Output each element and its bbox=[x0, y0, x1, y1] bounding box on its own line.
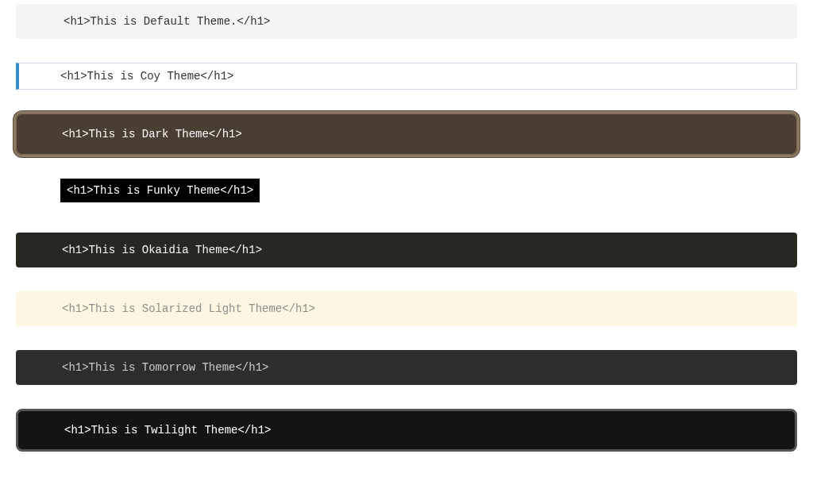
code-text: <h1>This is Coy Theme</h1> bbox=[60, 70, 233, 83]
code-text: <h1>This is Default Theme.</h1> bbox=[64, 15, 270, 28]
code-block-funky-wrap: <h1>This is Funky Theme</h1> bbox=[16, 179, 797, 202]
code-block-solarized: <h1>This is Solarized Light Theme</h1> bbox=[16, 291, 797, 326]
code-block-tomorrow: <h1>This is Tomorrow Theme</h1> bbox=[16, 350, 797, 385]
code-block-dark: <h1>This is Dark Theme</h1> bbox=[16, 113, 797, 155]
code-text: <h1>This is Solarized Light Theme</h1> bbox=[62, 302, 315, 315]
code-text: <h1>This is Funky Theme</h1> bbox=[67, 184, 253, 197]
code-block-coy: <h1>This is Coy Theme</h1> bbox=[16, 63, 797, 90]
code-text: <h1>This is Twilight Theme</h1> bbox=[64, 424, 271, 437]
code-block-twilight: <h1>This is Twilight Theme</h1> bbox=[16, 409, 797, 452]
code-text: <h1>This is Okaidia Theme</h1> bbox=[62, 244, 262, 256]
code-block-default: <h1>This is Default Theme.</h1> bbox=[16, 4, 797, 39]
code-block-funky: <h1>This is Funky Theme</h1> bbox=[60, 179, 260, 202]
code-text: <h1>This is Dark Theme</h1> bbox=[62, 128, 242, 140]
code-text: <h1>This is Tomorrow Theme</h1> bbox=[62, 361, 268, 374]
code-block-okaidia: <h1>This is Okaidia Theme</h1> bbox=[16, 233, 797, 267]
